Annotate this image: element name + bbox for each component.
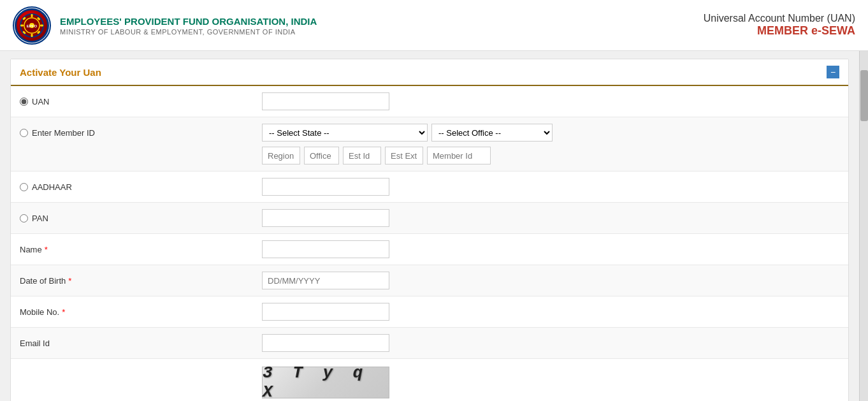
member-id-radio-label[interactable]: Enter Member ID <box>20 128 95 138</box>
uan-title: Universal Account Number (UAN) <box>704 13 855 24</box>
member-id-radio[interactable] <box>20 129 28 137</box>
aadhaar-input[interactable] <box>262 178 389 196</box>
member-id-label-cell: Enter Member ID <box>20 128 262 138</box>
mobile-input[interactable] <box>262 303 389 321</box>
aadhaar-label-cell: AADHAAR <box>20 182 262 192</box>
name-required: * <box>45 245 48 254</box>
uan-input[interactable] <box>262 92 389 110</box>
logo-emblem: EPFO <box>15 8 49 43</box>
mobile-row: Mobile No. * <box>11 296 848 328</box>
svg-text:EPFO: EPFO <box>27 24 38 28</box>
name-label-text: Name <box>20 245 42 254</box>
pan-input[interactable] <box>262 209 389 227</box>
name-input-area <box>262 240 839 258</box>
pan-label-cell: PAN <box>20 214 262 223</box>
uan-radio[interactable] <box>20 98 28 106</box>
org-name: EMPLOYEES' PROVIDENT FUND ORGANISATION, … <box>60 15 317 28</box>
scrollbar-track[interactable] <box>859 51 868 401</box>
est-ext-input[interactable] <box>385 147 423 164</box>
dob-row: Date of Birth * <box>11 265 848 296</box>
office-select[interactable]: -- Select Office -- <box>431 124 553 142</box>
activate-uan-panel: Activate Your Uan − UAN <box>10 59 849 401</box>
mobile-label-cell: Mobile No. * <box>20 307 262 317</box>
office-code-input[interactable] <box>304 147 339 164</box>
member-id-section: Enter Member ID -- Select State -- Andhr… <box>11 117 848 171</box>
pan-radio-label[interactable]: PAN <box>20 214 48 223</box>
svg-rect-6 <box>40 24 43 26</box>
uan-input-area <box>262 92 839 110</box>
dob-input-area <box>262 272 839 289</box>
aadhaar-row: AADHAAR <box>11 171 848 203</box>
pan-label-text: PAN <box>32 214 48 223</box>
scrollbar-thumb[interactable] <box>860 70 868 121</box>
page-header: EPFO EMPLOYEES' PROVIDENT FUND ORGANISAT… <box>0 0 868 51</box>
panel-header: Activate Your Uan − <box>11 59 848 86</box>
panel-body: UAN Enter Member ID <box>11 86 848 401</box>
captcha-image: 3 T y q X <box>262 367 389 398</box>
aadhaar-radio-label[interactable]: AADHAAR <box>20 182 72 192</box>
email-input-area <box>262 334 839 352</box>
mobile-input-area <box>262 303 839 321</box>
org-logo: EPFO <box>13 6 51 45</box>
aadhaar-label-text: AADHAAR <box>32 182 72 192</box>
email-label-cell: Email Id <box>20 339 262 348</box>
state-select[interactable]: -- Select State -- Andhra Pradesh Delhi … <box>262 124 428 142</box>
region-input[interactable] <box>262 147 300 164</box>
dob-required: * <box>68 276 71 286</box>
org-text: EMPLOYEES' PROVIDENT FUND ORGANISATION, … <box>60 15 317 36</box>
aadhaar-input-area <box>262 178 839 196</box>
uan-label-cell: UAN <box>20 97 262 106</box>
member-id-top-row: Enter Member ID -- Select State -- Andhr… <box>11 117 848 144</box>
org-subtitle: MINISTRY OF LABOUR & EMPLOYMENT, GOVERNM… <box>60 28 317 36</box>
svg-rect-5 <box>20 24 24 26</box>
name-input[interactable] <box>262 240 389 258</box>
email-input[interactable] <box>262 334 389 352</box>
svg-rect-3 <box>31 14 33 17</box>
content-area: Activate Your Uan − UAN <box>0 51 859 401</box>
dob-label-text: Date of Birth <box>20 276 66 286</box>
member-id-inputs-row <box>11 144 848 171</box>
member-id-selects-area: -- Select State -- Andhra Pradesh Delhi … <box>262 124 839 142</box>
pan-radio[interactable] <box>20 214 28 222</box>
mobile-required: * <box>62 307 65 317</box>
minimize-button[interactable]: − <box>827 66 839 78</box>
svg-rect-4 <box>31 34 33 37</box>
captcha-image-row: 3 T y q X <box>11 359 848 401</box>
uan-label-text: UAN <box>32 97 49 106</box>
pan-input-area <box>262 209 839 227</box>
uan-radio-label[interactable]: UAN <box>20 97 49 106</box>
member-id-input[interactable] <box>427 147 491 164</box>
dob-label-cell: Date of Birth * <box>20 276 262 286</box>
dob-input[interactable] <box>262 272 389 289</box>
member-esewa-title: MEMBER e-SEWA <box>704 24 855 38</box>
email-row: Email Id <box>11 328 848 359</box>
name-label-cell: Name * <box>20 245 262 254</box>
uan-branding: Universal Account Number (UAN) MEMBER e-… <box>704 13 855 38</box>
org-branding: EPFO EMPLOYEES' PROVIDENT FUND ORGANISAT… <box>13 6 317 45</box>
aadhaar-radio[interactable] <box>20 183 28 191</box>
est-id-input[interactable] <box>343 147 381 164</box>
email-label-text: Email Id <box>20 339 50 348</box>
panel-title: Activate Your Uan <box>20 67 101 78</box>
mobile-label-text: Mobile No. <box>20 307 59 317</box>
uan-row: UAN <box>11 86 848 117</box>
pan-row: PAN <box>11 203 848 234</box>
name-row: Name * <box>11 234 848 265</box>
member-id-label-text: Enter Member ID <box>32 128 95 138</box>
